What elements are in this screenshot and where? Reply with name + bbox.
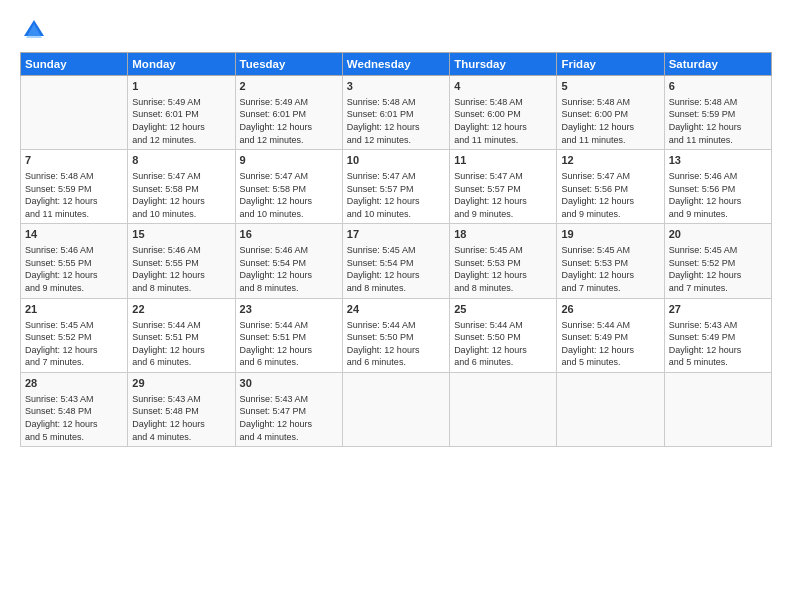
calendar-cell: 12Sunrise: 5:47 AM Sunset: 5:56 PM Dayli… bbox=[557, 150, 664, 224]
cell-content: Sunrise: 5:48 AM Sunset: 5:59 PM Dayligh… bbox=[669, 96, 767, 146]
logo bbox=[20, 16, 52, 44]
calendar-cell: 8Sunrise: 5:47 AM Sunset: 5:58 PM Daylig… bbox=[128, 150, 235, 224]
header-day-thursday: Thursday bbox=[450, 53, 557, 76]
day-number: 3 bbox=[347, 79, 445, 94]
cell-content: Sunrise: 5:44 AM Sunset: 5:50 PM Dayligh… bbox=[347, 319, 445, 369]
day-number: 22 bbox=[132, 302, 230, 317]
calendar-cell: 7Sunrise: 5:48 AM Sunset: 5:59 PM Daylig… bbox=[21, 150, 128, 224]
day-number: 1 bbox=[132, 79, 230, 94]
calendar-cell: 3Sunrise: 5:48 AM Sunset: 6:01 PM Daylig… bbox=[342, 76, 449, 150]
day-number: 8 bbox=[132, 153, 230, 168]
cell-content: Sunrise: 5:46 AM Sunset: 5:54 PM Dayligh… bbox=[240, 244, 338, 294]
day-number: 27 bbox=[669, 302, 767, 317]
calendar-cell: 14Sunrise: 5:46 AM Sunset: 5:55 PM Dayli… bbox=[21, 224, 128, 298]
day-number: 30 bbox=[240, 376, 338, 391]
cell-content: Sunrise: 5:44 AM Sunset: 5:50 PM Dayligh… bbox=[454, 319, 552, 369]
day-number: 18 bbox=[454, 227, 552, 242]
day-number: 12 bbox=[561, 153, 659, 168]
day-number: 11 bbox=[454, 153, 552, 168]
cell-content: Sunrise: 5:43 AM Sunset: 5:48 PM Dayligh… bbox=[132, 393, 230, 443]
cell-content: Sunrise: 5:47 AM Sunset: 5:57 PM Dayligh… bbox=[347, 170, 445, 220]
cell-content: Sunrise: 5:49 AM Sunset: 6:01 PM Dayligh… bbox=[132, 96, 230, 146]
day-number: 5 bbox=[561, 79, 659, 94]
calendar-cell: 9Sunrise: 5:47 AM Sunset: 5:58 PM Daylig… bbox=[235, 150, 342, 224]
calendar-cell: 19Sunrise: 5:45 AM Sunset: 5:53 PM Dayli… bbox=[557, 224, 664, 298]
day-number: 24 bbox=[347, 302, 445, 317]
calendar-cell: 4Sunrise: 5:48 AM Sunset: 6:00 PM Daylig… bbox=[450, 76, 557, 150]
day-number: 21 bbox=[25, 302, 123, 317]
calendar-cell bbox=[664, 372, 771, 446]
day-number: 4 bbox=[454, 79, 552, 94]
calendar-cell: 16Sunrise: 5:46 AM Sunset: 5:54 PM Dayli… bbox=[235, 224, 342, 298]
calendar-cell: 13Sunrise: 5:46 AM Sunset: 5:56 PM Dayli… bbox=[664, 150, 771, 224]
day-number: 2 bbox=[240, 79, 338, 94]
cell-content: Sunrise: 5:48 AM Sunset: 6:01 PM Dayligh… bbox=[347, 96, 445, 146]
calendar-cell: 15Sunrise: 5:46 AM Sunset: 5:55 PM Dayli… bbox=[128, 224, 235, 298]
calendar-cell: 11Sunrise: 5:47 AM Sunset: 5:57 PM Dayli… bbox=[450, 150, 557, 224]
day-number: 28 bbox=[25, 376, 123, 391]
cell-content: Sunrise: 5:47 AM Sunset: 5:58 PM Dayligh… bbox=[132, 170, 230, 220]
calendar-cell: 20Sunrise: 5:45 AM Sunset: 5:52 PM Dayli… bbox=[664, 224, 771, 298]
day-number: 9 bbox=[240, 153, 338, 168]
day-number: 23 bbox=[240, 302, 338, 317]
cell-content: Sunrise: 5:48 AM Sunset: 6:00 PM Dayligh… bbox=[454, 96, 552, 146]
day-number: 6 bbox=[669, 79, 767, 94]
day-number: 16 bbox=[240, 227, 338, 242]
cell-content: Sunrise: 5:47 AM Sunset: 5:56 PM Dayligh… bbox=[561, 170, 659, 220]
calendar-cell bbox=[21, 76, 128, 150]
week-row-1: 7Sunrise: 5:48 AM Sunset: 5:59 PM Daylig… bbox=[21, 150, 772, 224]
calendar-cell: 21Sunrise: 5:45 AM Sunset: 5:52 PM Dayli… bbox=[21, 298, 128, 372]
calendar-cell: 27Sunrise: 5:43 AM Sunset: 5:49 PM Dayli… bbox=[664, 298, 771, 372]
cell-content: Sunrise: 5:46 AM Sunset: 5:56 PM Dayligh… bbox=[669, 170, 767, 220]
cell-content: Sunrise: 5:48 AM Sunset: 6:00 PM Dayligh… bbox=[561, 96, 659, 146]
calendar-cell: 17Sunrise: 5:45 AM Sunset: 5:54 PM Dayli… bbox=[342, 224, 449, 298]
header-day-wednesday: Wednesday bbox=[342, 53, 449, 76]
calendar-cell: 23Sunrise: 5:44 AM Sunset: 5:51 PM Dayli… bbox=[235, 298, 342, 372]
week-row-0: 1Sunrise: 5:49 AM Sunset: 6:01 PM Daylig… bbox=[21, 76, 772, 150]
logo-icon bbox=[20, 16, 48, 44]
day-number: 14 bbox=[25, 227, 123, 242]
calendar-cell bbox=[342, 372, 449, 446]
cell-content: Sunrise: 5:45 AM Sunset: 5:53 PM Dayligh… bbox=[454, 244, 552, 294]
calendar-cell: 22Sunrise: 5:44 AM Sunset: 5:51 PM Dayli… bbox=[128, 298, 235, 372]
cell-content: Sunrise: 5:43 AM Sunset: 5:47 PM Dayligh… bbox=[240, 393, 338, 443]
calendar-cell: 28Sunrise: 5:43 AM Sunset: 5:48 PM Dayli… bbox=[21, 372, 128, 446]
header-day-saturday: Saturday bbox=[664, 53, 771, 76]
week-row-4: 28Sunrise: 5:43 AM Sunset: 5:48 PM Dayli… bbox=[21, 372, 772, 446]
calendar-cell: 10Sunrise: 5:47 AM Sunset: 5:57 PM Dayli… bbox=[342, 150, 449, 224]
cell-content: Sunrise: 5:47 AM Sunset: 5:58 PM Dayligh… bbox=[240, 170, 338, 220]
cell-content: Sunrise: 5:44 AM Sunset: 5:51 PM Dayligh… bbox=[240, 319, 338, 369]
day-number: 25 bbox=[454, 302, 552, 317]
calendar-cell: 5Sunrise: 5:48 AM Sunset: 6:00 PM Daylig… bbox=[557, 76, 664, 150]
cell-content: Sunrise: 5:44 AM Sunset: 5:49 PM Dayligh… bbox=[561, 319, 659, 369]
calendar-cell: 25Sunrise: 5:44 AM Sunset: 5:50 PM Dayli… bbox=[450, 298, 557, 372]
calendar-cell: 1Sunrise: 5:49 AM Sunset: 6:01 PM Daylig… bbox=[128, 76, 235, 150]
header-row: SundayMondayTuesdayWednesdayThursdayFrid… bbox=[21, 53, 772, 76]
calendar-cell: 24Sunrise: 5:44 AM Sunset: 5:50 PM Dayli… bbox=[342, 298, 449, 372]
calendar-cell: 26Sunrise: 5:44 AM Sunset: 5:49 PM Dayli… bbox=[557, 298, 664, 372]
calendar-cell: 29Sunrise: 5:43 AM Sunset: 5:48 PM Dayli… bbox=[128, 372, 235, 446]
cell-content: Sunrise: 5:45 AM Sunset: 5:52 PM Dayligh… bbox=[669, 244, 767, 294]
calendar-cell: 18Sunrise: 5:45 AM Sunset: 5:53 PM Dayli… bbox=[450, 224, 557, 298]
day-number: 7 bbox=[25, 153, 123, 168]
cell-content: Sunrise: 5:45 AM Sunset: 5:54 PM Dayligh… bbox=[347, 244, 445, 294]
week-row-3: 21Sunrise: 5:45 AM Sunset: 5:52 PM Dayli… bbox=[21, 298, 772, 372]
header-day-tuesday: Tuesday bbox=[235, 53, 342, 76]
cell-content: Sunrise: 5:44 AM Sunset: 5:51 PM Dayligh… bbox=[132, 319, 230, 369]
cell-content: Sunrise: 5:45 AM Sunset: 5:53 PM Dayligh… bbox=[561, 244, 659, 294]
calendar-cell: 30Sunrise: 5:43 AM Sunset: 5:47 PM Dayli… bbox=[235, 372, 342, 446]
day-number: 19 bbox=[561, 227, 659, 242]
header-day-sunday: Sunday bbox=[21, 53, 128, 76]
cell-content: Sunrise: 5:43 AM Sunset: 5:49 PM Dayligh… bbox=[669, 319, 767, 369]
calendar-cell bbox=[450, 372, 557, 446]
calendar-table: SundayMondayTuesdayWednesdayThursdayFrid… bbox=[20, 52, 772, 447]
page: SundayMondayTuesdayWednesdayThursdayFrid… bbox=[0, 0, 792, 612]
cell-content: Sunrise: 5:46 AM Sunset: 5:55 PM Dayligh… bbox=[25, 244, 123, 294]
header-day-monday: Monday bbox=[128, 53, 235, 76]
cell-content: Sunrise: 5:43 AM Sunset: 5:48 PM Dayligh… bbox=[25, 393, 123, 443]
day-number: 10 bbox=[347, 153, 445, 168]
day-number: 26 bbox=[561, 302, 659, 317]
cell-content: Sunrise: 5:48 AM Sunset: 5:59 PM Dayligh… bbox=[25, 170, 123, 220]
calendar-cell: 6Sunrise: 5:48 AM Sunset: 5:59 PM Daylig… bbox=[664, 76, 771, 150]
day-number: 15 bbox=[132, 227, 230, 242]
